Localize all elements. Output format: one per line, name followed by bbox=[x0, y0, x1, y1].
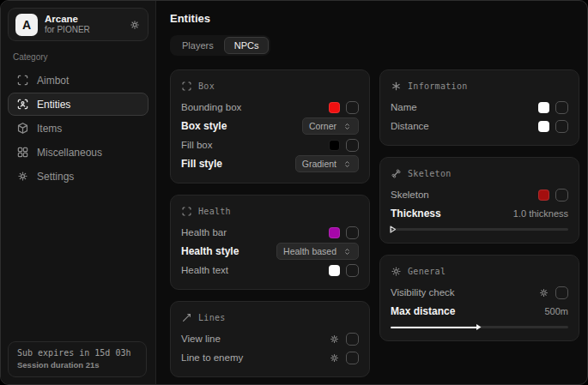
sidebar-item-miscellaneous[interactable]: Miscellaneous bbox=[8, 141, 149, 164]
setting-label: Health bar bbox=[181, 227, 227, 238]
health-bar-checkbox[interactable] bbox=[346, 226, 359, 239]
session-duration-text: Session duration 21s bbox=[17, 360, 137, 370]
setting-label: Health style bbox=[181, 245, 239, 257]
setting-row-line-to-enemy: Line to enemy bbox=[181, 348, 359, 367]
setting-row-view-line: View line bbox=[181, 329, 359, 348]
color-swatch[interactable] bbox=[538, 102, 549, 113]
sidebar-item-entities[interactable]: Entities bbox=[8, 93, 149, 116]
sidebar-item-label: Entities bbox=[37, 99, 70, 111]
distance-checkbox[interactable] bbox=[555, 120, 568, 133]
sidebar-item-aimbot[interactable]: Aimbot bbox=[8, 69, 149, 92]
entities-icon bbox=[16, 98, 29, 111]
category-label: Category bbox=[13, 52, 143, 62]
card-title: General bbox=[408, 267, 446, 276]
setting-label: Distance bbox=[391, 121, 429, 131]
setting-label: Name bbox=[391, 102, 417, 112]
setting-label: Fill box bbox=[181, 140, 212, 150]
color-swatch[interactable] bbox=[538, 121, 549, 132]
fill-box-checkbox[interactable] bbox=[346, 139, 359, 152]
sidebar-item-label: Settings bbox=[37, 171, 74, 183]
page-title: Entities bbox=[170, 12, 579, 25]
color-swatch[interactable] bbox=[329, 102, 340, 113]
setting-row-health-bar: Health bar bbox=[181, 223, 359, 242]
setting-row-bounding-box: Bounding box bbox=[181, 98, 359, 117]
gear-icon[interactable] bbox=[329, 352, 340, 364]
bounding-box-checkbox[interactable] bbox=[346, 101, 359, 114]
setting-row-health-style: Health style Health based bbox=[181, 242, 359, 261]
select-value: Corner bbox=[309, 121, 336, 131]
setting-row-visibility-check: Visibility check bbox=[391, 283, 568, 302]
setting-label: View line bbox=[181, 334, 221, 344]
select-value: Health based bbox=[283, 246, 336, 256]
health-text-checkbox[interactable] bbox=[346, 264, 359, 277]
tab-players[interactable]: Players bbox=[172, 37, 224, 54]
sub-expires-text: Sub expires in 15d 03h bbox=[17, 348, 137, 358]
app-name: Arcane bbox=[45, 14, 122, 25]
crosshair-icon bbox=[16, 74, 29, 87]
fill-style-select[interactable]: Gradient bbox=[295, 155, 359, 172]
sidebar-item-settings[interactable]: Settings bbox=[8, 165, 149, 188]
entity-type-tabs: Players NPCs bbox=[170, 35, 270, 56]
sidebar-item-label: Miscellaneous bbox=[37, 147, 102, 159]
health-style-select[interactable]: Health based bbox=[276, 243, 359, 260]
gear-icon[interactable] bbox=[129, 19, 141, 31]
app-logo: A bbox=[15, 14, 38, 36]
bone-icon bbox=[391, 168, 402, 179]
card-skeleton: Skeleton Skeleton Thickness 1.0 thicknes… bbox=[379, 157, 579, 244]
sidebar-item-items[interactable]: Items bbox=[8, 117, 149, 140]
card-title: Health bbox=[198, 207, 231, 216]
setting-row-max-distance: Max distance 500m bbox=[391, 302, 568, 321]
subscription-info: Sub expires in 15d 03h Session duration … bbox=[8, 341, 147, 377]
setting-row-distance: Distance bbox=[391, 117, 568, 135]
setting-label: Fill style bbox=[181, 158, 222, 170]
color-swatch[interactable] bbox=[329, 140, 340, 151]
card-box: Box Bounding box Box style Corner bbox=[170, 69, 370, 183]
select-value: Gradient bbox=[302, 159, 336, 169]
gear-icon bbox=[16, 170, 29, 183]
setting-row-thickness: Thickness 1.0 thickness bbox=[391, 204, 568, 223]
card-lines: Lines View line Line to enemy bbox=[170, 301, 370, 377]
tab-npcs[interactable]: NPCs bbox=[224, 37, 270, 54]
gear-icon[interactable] bbox=[538, 287, 549, 298]
setting-label: Box style bbox=[181, 120, 227, 132]
asterisk-icon bbox=[391, 81, 402, 92]
card-general: General Visibility check Max distance 50… bbox=[379, 255, 579, 341]
sidebar-item-label: Aimbot bbox=[37, 75, 69, 87]
sun-icon bbox=[391, 266, 402, 277]
grid-icon bbox=[16, 146, 29, 159]
sidebar-item-label: Items bbox=[37, 123, 62, 135]
max-distance-slider[interactable] bbox=[391, 322, 568, 331]
color-swatch[interactable] bbox=[329, 227, 340, 238]
app-tagline: for PIONER bbox=[45, 25, 122, 35]
line-to-enemy-checkbox[interactable] bbox=[346, 352, 359, 364]
health-icon bbox=[181, 206, 192, 217]
setting-label: Line to enemy bbox=[181, 352, 243, 363]
box-style-select[interactable]: Corner bbox=[302, 117, 359, 135]
setting-row-name: Name bbox=[391, 98, 568, 117]
color-swatch[interactable] bbox=[329, 265, 340, 276]
setting-label: Skeleton bbox=[391, 189, 429, 200]
card-title: Box bbox=[198, 81, 215, 91]
chevron-updown-icon bbox=[342, 159, 352, 169]
setting-label: Thickness bbox=[391, 208, 441, 220]
setting-row-fill-style: Fill style Gradient bbox=[181, 154, 359, 173]
thickness-slider[interactable] bbox=[391, 225, 568, 233]
chevron-updown-icon bbox=[342, 247, 352, 256]
app-window: A Arcane for PIONER Category Aimbot Enti… bbox=[0, 0, 588, 385]
skeleton-checkbox[interactable] bbox=[555, 189, 568, 202]
thickness-value: 1.0 thickness bbox=[513, 208, 568, 219]
gear-icon[interactable] bbox=[329, 334, 340, 345]
setting-row-box-style: Box style Corner bbox=[181, 117, 359, 135]
setting-row-skeleton: Skeleton bbox=[391, 185, 568, 204]
slider-handle[interactable] bbox=[390, 226, 397, 233]
name-checkbox[interactable] bbox=[555, 101, 568, 114]
slider-handle[interactable] bbox=[476, 323, 482, 331]
color-swatch[interactable] bbox=[538, 189, 549, 201]
box-icon bbox=[181, 81, 192, 92]
view-line-checkbox[interactable] bbox=[346, 333, 359, 346]
visibility-check-checkbox[interactable] bbox=[555, 286, 568, 299]
main-content: Entities Players NPCs Box Bounding box bbox=[156, 1, 587, 384]
setting-label: Visibility check bbox=[391, 287, 455, 298]
card-information: Information Name Distance bbox=[379, 69, 579, 146]
brand-card: A Arcane for PIONER bbox=[8, 8, 149, 41]
